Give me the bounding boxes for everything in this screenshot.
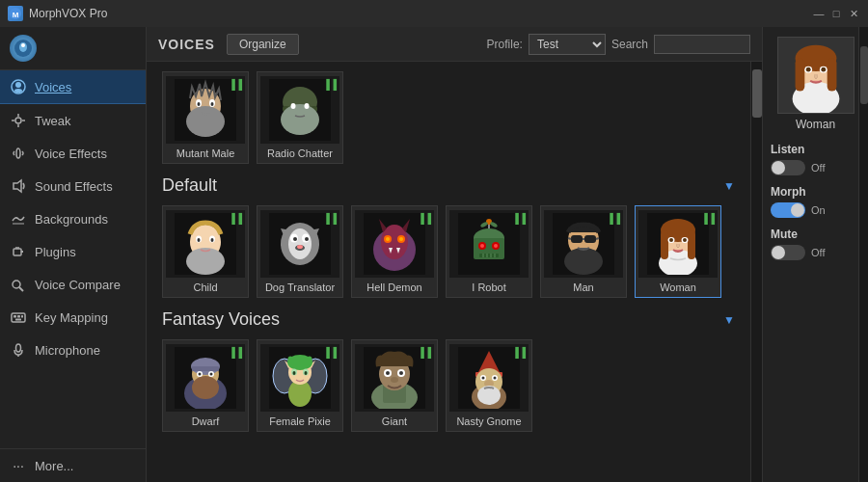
voice-grid-scroll[interactable]: ▐▐: [147, 62, 750, 482]
sidebar-item-microphone-label: Microphone: [35, 343, 100, 358]
mute-state: Off: [811, 247, 825, 258]
svg-point-132: [399, 371, 403, 375]
pixie-indicator: ▐▐: [323, 347, 337, 358]
voice-card-mutant-male[interactable]: ▐▐: [162, 71, 249, 164]
voice-grid-area: ▐▐: [147, 62, 762, 482]
listen-label: Listen: [771, 143, 860, 156]
sidebar-item-key-mapping[interactable]: Key Mapping: [0, 301, 146, 334]
svg-point-13: [16, 148, 20, 158]
svg-point-8: [15, 118, 21, 123]
svg-point-154: [821, 67, 826, 72]
i-robot-name: I Robot: [470, 281, 507, 293]
woman-name: Woman: [658, 281, 698, 293]
sidebar-item-sound-effects[interactable]: Sound Effects: [0, 170, 146, 202]
sidebar-item-voice-effects[interactable]: Voice Effects: [0, 137, 146, 170]
voice-card-woman[interactable]: ▐▐: [635, 205, 721, 298]
voice-card-child[interactable]: ▐▐: [162, 205, 249, 298]
morph-state: On: [811, 204, 826, 216]
sidebar-item-voices-label: Voices: [35, 80, 71, 94]
mute-label: Mute: [771, 228, 860, 241]
hell-demon-name: Hell Demon: [365, 281, 423, 293]
morph-control: Morph On: [771, 185, 860, 218]
pinned-voice-grid: ▐▐: [162, 71, 735, 164]
scrollbar-track[interactable]: [750, 62, 762, 482]
voice-thumb-dog-translator: ▐▐: [260, 210, 339, 278]
svg-point-87: [564, 248, 603, 275]
mutant-male-name: Mutant Male: [175, 147, 237, 159]
svg-rect-98: [688, 230, 695, 259]
listen-toggle[interactable]: [771, 160, 805, 175]
sidebar-item-microphone[interactable]: Microphone: [0, 334, 146, 366]
sound-effects-icon: [10, 177, 27, 195]
fantasy-collapse-icon[interactable]: ▼: [723, 313, 735, 327]
mute-toggle[interactable]: [771, 245, 805, 260]
svg-point-111: [199, 373, 202, 376]
sidebar-item-tweak-label: Tweak: [35, 114, 71, 128]
voice-card-female-pixie[interactable]: ▐▐: [257, 339, 343, 432]
voice-card-hell-demon[interactable]: ▐▐: [351, 205, 438, 298]
voice-card-i-robot[interactable]: ▐▐: [446, 205, 532, 298]
svg-point-34: [198, 102, 201, 106]
app-title: MorphVOX Pro: [29, 7, 107, 20]
sidebar-item-tweak[interactable]: Tweak: [0, 104, 146, 137]
voice-compare-icon: [10, 276, 27, 293]
voice-thumb-hell-demon: ▐▐: [355, 210, 434, 278]
right-panel: Woman Listen Off Morph On Mute: [762, 27, 868, 482]
mute-toggle-knob: [772, 246, 785, 259]
svg-marker-14: [14, 180, 21, 192]
voice-card-radio-chatter[interactable]: ▐▐ Radio: [257, 71, 343, 164]
voice-card-man[interactable]: ▐▐: [540, 205, 627, 298]
female-pixie-name: Female Pixie: [267, 415, 333, 427]
app-icon: M: [8, 6, 23, 21]
svg-rect-89: [584, 235, 596, 243]
voice-card-nasty-gnome[interactable]: ▐▐: [446, 339, 532, 432]
morph-toggle-row: On: [771, 202, 860, 218]
listen-toggle-row: Off: [771, 160, 860, 175]
svg-point-6: [15, 82, 21, 88]
right-panel-scrollbar[interactable]: [858, 27, 868, 482]
voice-card-giant[interactable]: ▐▐: [351, 339, 438, 432]
dwarf-indicator: ▐▐: [229, 347, 242, 358]
svg-rect-23: [14, 315, 16, 318]
organize-button[interactable]: Organize: [227, 34, 299, 55]
svg-point-51: [288, 228, 312, 259]
svg-point-47: [198, 238, 201, 242]
voice-card-dwarf[interactable]: ▐▐: [162, 339, 249, 432]
main-layout: Voices Tweak V: [0, 27, 868, 482]
search-input[interactable]: [654, 35, 750, 54]
maximize-button[interactable]: □: [829, 7, 843, 20]
morph-toggle-knob: [791, 203, 804, 217]
sidebar-item-voice-compare[interactable]: Voice Compare: [0, 268, 146, 301]
svg-point-108: [192, 376, 219, 399]
svg-point-31: [186, 106, 225, 137]
close-button[interactable]: ✕: [847, 7, 860, 20]
man-name: Man: [571, 281, 595, 293]
sidebar-item-plugins-label: Plugins: [35, 245, 76, 259]
sidebar-more-button[interactable]: ··· More...: [0, 449, 146, 482]
titlebar: M MorphVOX Pro — □ ✕: [0, 0, 868, 27]
child-name: Child: [191, 281, 219, 293]
sidebar-item-voices[interactable]: Voices: [0, 70, 146, 104]
morph-toggle[interactable]: [771, 202, 805, 218]
demon-indicator: ▐▐: [418, 213, 431, 224]
minimize-button[interactable]: —: [812, 7, 826, 20]
svg-rect-26: [15, 319, 21, 321]
scrollbar-thumb[interactable]: [752, 69, 762, 118]
sidebar-item-plugins[interactable]: Plugins: [0, 235, 146, 268]
robot-indicator: ▐▐: [512, 213, 526, 224]
svg-point-27: [16, 344, 21, 352]
profile-select[interactable]: Test: [529, 34, 606, 55]
voice-thumb-man: ▐▐: [544, 210, 623, 278]
sidebar-item-backgrounds[interactable]: Backgrounds: [0, 202, 146, 235]
default-collapse-icon[interactable]: ▼: [723, 179, 735, 193]
svg-point-133: [391, 377, 398, 383]
svg-rect-150: [827, 58, 836, 91]
svg-point-20: [13, 281, 20, 288]
right-panel-scrollbar-thumb[interactable]: [860, 46, 868, 104]
svg-point-123: [293, 371, 296, 375]
voice-thumb-woman: ▐▐: [638, 210, 718, 278]
voice-card-dog-translator[interactable]: ▐▐: [257, 205, 343, 298]
svg-point-67: [386, 237, 390, 241]
profile-label: Profile:: [487, 38, 523, 51]
voice-thumb-i-robot: ▐▐: [449, 210, 529, 278]
